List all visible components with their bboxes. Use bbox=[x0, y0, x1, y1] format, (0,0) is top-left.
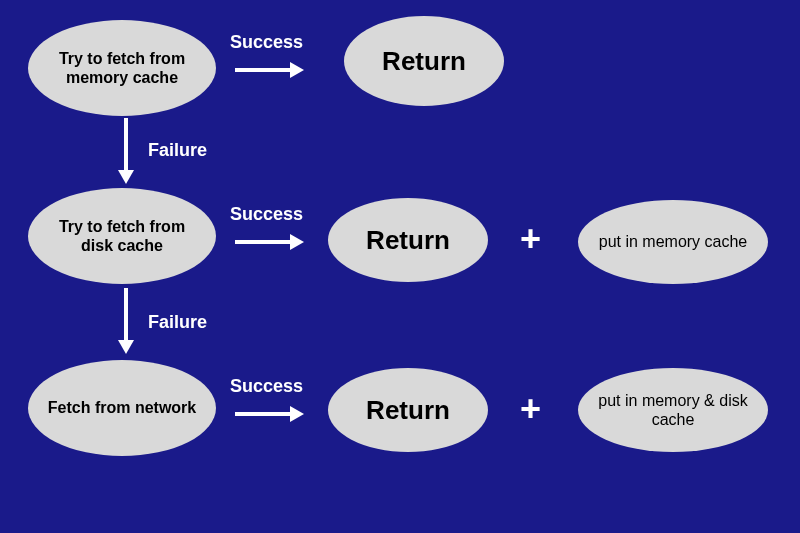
plus-icon: + bbox=[520, 388, 541, 430]
label-success-2: Success bbox=[230, 204, 303, 225]
diagram-stage: Try to fetch from memory cache Success R… bbox=[0, 0, 800, 533]
node-memory-cache: Try to fetch from memory cache bbox=[28, 20, 216, 116]
node-put-memory-disk: put in memory & disk cache bbox=[578, 368, 768, 452]
node-disk-cache: Try to fetch from disk cache bbox=[28, 188, 216, 284]
label-failure-2: Failure bbox=[148, 312, 207, 333]
label-success-3: Success bbox=[230, 376, 303, 397]
node-put-memory: put in memory cache bbox=[578, 200, 768, 284]
label-success-1: Success bbox=[230, 32, 303, 53]
node-return-2: Return bbox=[328, 198, 488, 282]
plus-icon: + bbox=[520, 218, 541, 260]
node-network: Fetch from network bbox=[28, 360, 216, 456]
node-return-1: Return bbox=[344, 16, 504, 106]
node-return-3: Return bbox=[328, 368, 488, 452]
label-failure-1: Failure bbox=[148, 140, 207, 161]
